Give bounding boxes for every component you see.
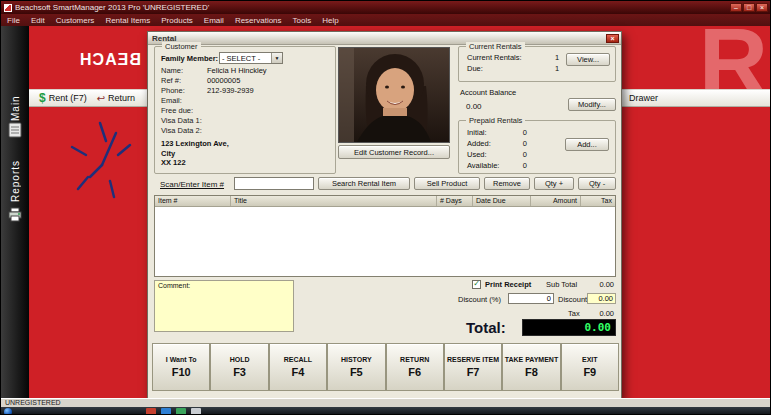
subtotal-label: Sub Total xyxy=(546,280,577,289)
comment-label: Comment: xyxy=(158,282,190,289)
customer-photo xyxy=(338,47,450,143)
menu-item-help[interactable]: Help xyxy=(322,16,338,25)
add-button[interactable]: Add... xyxy=(565,138,609,151)
row-label: Due: xyxy=(467,64,483,73)
main-clipboard-icon[interactable] xyxy=(7,122,23,138)
menu-item-customers[interactable]: Customers xyxy=(56,16,95,25)
menu-item-edit[interactable]: Edit xyxy=(31,16,45,25)
take-payment-button[interactable]: TAKE PAYMENT F8 xyxy=(502,343,560,391)
field-value: 00000005 xyxy=(207,76,331,85)
button-label: EXIT xyxy=(582,356,598,363)
subtotal-value: 0.00 xyxy=(578,280,614,289)
recall-button[interactable]: RECALL F4 xyxy=(269,343,327,391)
button-label: TAKE PAYMENT xyxy=(505,356,559,363)
field-label: Visa Data 2: xyxy=(161,126,207,135)
field-label: Phone: xyxy=(161,86,207,95)
menu-item-file[interactable]: File xyxy=(7,16,20,25)
row-label: Added: xyxy=(467,139,511,148)
modify-button[interactable]: Modify... xyxy=(568,98,616,111)
sidebar: Main Reports xyxy=(1,26,29,398)
prepaid-rentals-group: Prepaid Rentals Initial: 0 Added: 0 Used… xyxy=(458,120,616,174)
button-fkey: F7 xyxy=(467,366,480,378)
items-table-header: Item # Title # Days Date Due Amount Tax xyxy=(155,196,615,207)
taskbar-app-icon[interactable] xyxy=(146,408,156,415)
items-list[interactable] xyxy=(155,207,615,277)
exit-button[interactable]: EXIT F9 xyxy=(561,343,619,391)
remove-button[interactable]: Remove xyxy=(484,177,530,190)
return-button[interactable]: ↩ Return xyxy=(97,93,135,104)
drawer-button-label: Drawer xyxy=(629,93,658,103)
sidebar-tab-main[interactable]: Main xyxy=(1,81,29,121)
menu-item-products[interactable]: Products xyxy=(161,16,193,25)
drawer-button[interactable]: Drawer xyxy=(629,93,658,103)
field-label: Visa Data 1: xyxy=(161,116,207,125)
field-label: Name: xyxy=(161,66,207,75)
close-icon[interactable]: × xyxy=(756,3,768,12)
taskbar-app-icon[interactable] xyxy=(176,408,186,415)
button-label: RESERVE ITEM xyxy=(447,356,499,363)
button-fkey: F3 xyxy=(233,366,246,378)
start-button[interactable] xyxy=(4,408,12,415)
print-receipt-checkbox[interactable]: ✓ xyxy=(472,280,481,289)
sell-product-button[interactable]: Sell Product xyxy=(414,177,480,190)
tax-value: 0.00 xyxy=(580,309,614,318)
column-header-item[interactable]: Item # xyxy=(155,196,231,206)
row-value: 1 xyxy=(555,53,559,62)
menu-item-rental-items[interactable]: Rental Items xyxy=(105,16,150,25)
view-button[interactable]: View... xyxy=(566,53,610,66)
discount-percent-input[interactable] xyxy=(508,293,554,304)
sidebar-tab-reports[interactable]: Reports xyxy=(1,144,29,202)
edit-customer-record-button[interactable]: Edit Customer Record... xyxy=(338,145,450,159)
search-rental-item-button[interactable]: Search Rental Item xyxy=(318,177,410,190)
minimize-icon[interactable]: – xyxy=(730,3,742,12)
column-header-date-due[interactable]: Date Due xyxy=(473,196,531,206)
reports-printer-icon[interactable] xyxy=(7,206,23,222)
qty-plus-button[interactable]: Qty + xyxy=(534,177,574,190)
dialog-close-icon[interactable]: × xyxy=(606,34,619,43)
hold-button[interactable]: HOLD F3 xyxy=(210,343,268,391)
window-controls: – □ × xyxy=(730,3,768,12)
family-member-value: - SELECT - xyxy=(222,54,260,63)
family-member-row: Family Member: - SELECT - ▼ xyxy=(161,52,331,64)
sidebar-tab-reports-label: Reports xyxy=(10,144,21,202)
history-button[interactable]: HISTORY F5 xyxy=(327,343,385,391)
rental-dialog-titlebar[interactable]: Rental × xyxy=(148,32,621,45)
column-header-days[interactable]: # Days xyxy=(437,196,473,206)
comment-input[interactable] xyxy=(158,289,290,327)
rent-button[interactable]: $ Rent (F7) xyxy=(39,91,87,105)
column-header-tax[interactable]: Tax xyxy=(581,196,615,206)
return-action-button[interactable]: RETURN F6 xyxy=(386,343,444,391)
total-lcd-display: 0.00 xyxy=(522,319,616,336)
maximize-icon[interactable]: □ xyxy=(743,3,755,12)
column-header-title[interactable]: Title xyxy=(231,196,437,206)
chevron-down-icon[interactable]: ▼ xyxy=(271,53,282,63)
family-member-select[interactable]: - SELECT - ▼ xyxy=(219,52,283,64)
address-line: XX 122 xyxy=(161,158,229,168)
menu-item-tools[interactable]: Tools xyxy=(293,16,312,25)
prepaid-row: Used: 0 xyxy=(467,150,527,159)
i-want-to-button[interactable]: I Want To F10 xyxy=(152,343,210,391)
customer-field-row: Name: Felicia H Hinckley xyxy=(161,65,331,75)
button-fkey: F5 xyxy=(350,366,363,378)
scan-enter-item-label: Scan/Enter Item # xyxy=(160,180,224,189)
menu-item-reservations[interactable]: Reservations xyxy=(235,16,282,25)
tax-label: Tax xyxy=(568,309,580,318)
field-label: Free due: xyxy=(161,106,207,115)
row-label: Initial: xyxy=(467,128,511,137)
discount-percent-label: Discount (%) xyxy=(458,295,501,304)
reserve-item-button[interactable]: RESERVE ITEM F7 xyxy=(444,343,502,391)
menu-item-email[interactable]: Email xyxy=(204,16,224,25)
column-header-amount[interactable]: Amount xyxy=(531,196,581,206)
window-titlebar[interactable]: Beachsoft SmartManager 2013 Pro 'UNREGIS… xyxy=(1,1,770,14)
return-button-label: Return xyxy=(108,93,135,103)
app-icon xyxy=(4,4,12,12)
field-value: 212-939-2939 xyxy=(207,86,331,95)
scan-item-input[interactable] xyxy=(234,177,314,190)
qty-minus-button[interactable]: Qty - xyxy=(578,177,616,190)
taskbar-app-icon[interactable] xyxy=(161,408,171,415)
account-balance-value: 0.00 xyxy=(466,102,482,111)
action-button-row: I Want To F10 HOLD F3 RECALL F4 HISTORY … xyxy=(152,343,619,391)
taskbar-app-icon[interactable] xyxy=(191,408,201,415)
prepaid-row: Added: 0 xyxy=(467,139,527,148)
customer-field-row: Visa Data 1: xyxy=(161,115,331,125)
